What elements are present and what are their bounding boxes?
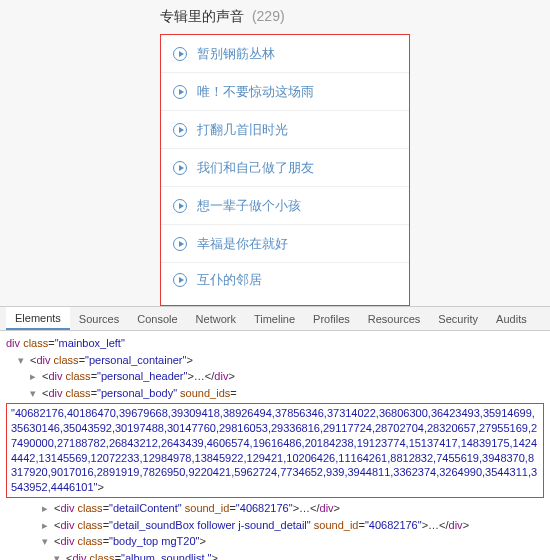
expand-icon[interactable]: ▸ <box>30 368 40 385</box>
play-icon <box>173 85 187 99</box>
tab-audits[interactable]: Audits <box>487 307 536 330</box>
expand-icon[interactable]: ▾ <box>54 550 64 560</box>
dom-node[interactable]: ▾<div class="album_soundlist "> <box>6 550 544 560</box>
tab-console[interactable]: Console <box>128 307 186 330</box>
sound-ids-value: "40682176,40186470,39679668,39309418,389… <box>11 407 537 493</box>
expand-icon[interactable]: ▾ <box>42 533 52 550</box>
play-icon <box>173 123 187 137</box>
track-label: 互仆的邻居 <box>197 271 262 289</box>
dom-node[interactable]: ▾<div class="personal_body" sound_ids= <box>6 385 544 402</box>
elements-tree[interactable]: div class="mainbox_left" ▾<div class="pe… <box>0 331 550 560</box>
track-item[interactable]: 我们和自己做了朋友 <box>161 149 409 187</box>
track-item-truncated[interactable]: 互仆的邻居 <box>161 263 409 297</box>
play-icon <box>173 47 187 61</box>
expand-icon[interactable]: ▾ <box>18 352 28 369</box>
tab-elements[interactable]: Elements <box>6 307 70 330</box>
track-item[interactable]: 暂别钢筋丛林 <box>161 35 409 73</box>
dom-node[interactable]: ▾<div class="personal_container"> <box>6 352 544 369</box>
album-count: (229) <box>252 8 285 24</box>
track-item[interactable]: 幸福是你在就好 <box>161 225 409 263</box>
track-list-highlight-box: 暂别钢筋丛林 唯！不要惊动这场雨 打翻几首旧时光 我们和自己做了朋友 想一辈子做… <box>160 34 410 306</box>
dom-node[interactable]: ▸<div class="detail_soundBox follower j-… <box>6 517 544 534</box>
track-label: 暂别钢筋丛林 <box>197 45 275 63</box>
sound-ids-highlight: "40682176,40186470,39679668,39309418,389… <box>6 403 544 498</box>
expand-icon[interactable]: ▸ <box>42 500 52 517</box>
dom-node[interactable]: ▸<div class="personal_header">…</div> <box>6 368 544 385</box>
album-title: 专辑里的声音 <box>160 8 244 24</box>
tab-resources[interactable]: Resources <box>359 307 430 330</box>
devtools-tabs: Elements Sources Console Network Timelin… <box>0 307 550 331</box>
track-label: 我们和自己做了朋友 <box>197 159 314 177</box>
track-label: 打翻几首旧时光 <box>197 121 288 139</box>
devtools-panel: Elements Sources Console Network Timelin… <box>0 306 550 560</box>
track-label: 唯！不要惊动这场雨 <box>197 83 314 101</box>
tab-sources[interactable]: Sources <box>70 307 128 330</box>
expand-icon[interactable]: ▸ <box>42 517 52 534</box>
album-header: 专辑里的声音 (229) <box>0 0 550 34</box>
dom-node[interactable]: ▾<div class="body_top mgT20"> <box>6 533 544 550</box>
expand-icon[interactable]: ▾ <box>30 385 40 402</box>
tab-network[interactable]: Network <box>187 307 245 330</box>
tab-security[interactable]: Security <box>429 307 487 330</box>
dom-node[interactable]: ▸<div class="detailContent" sound_id="40… <box>6 500 544 517</box>
track-item[interactable]: 想一辈子做个小孩 <box>161 187 409 225</box>
play-icon <box>173 199 187 213</box>
track-label: 幸福是你在就好 <box>197 235 288 253</box>
play-icon <box>173 273 187 287</box>
tab-profiles[interactable]: Profiles <box>304 307 359 330</box>
play-icon <box>173 161 187 175</box>
page-content-area: 专辑里的声音 (229) 暂别钢筋丛林 唯！不要惊动这场雨 打翻几首旧时光 我们… <box>0 0 550 306</box>
track-item[interactable]: 唯！不要惊动这场雨 <box>161 73 409 111</box>
track-item[interactable]: 打翻几首旧时光 <box>161 111 409 149</box>
track-label: 想一辈子做个小孩 <box>197 197 301 215</box>
play-icon <box>173 237 187 251</box>
dom-node[interactable]: div class="mainbox_left" <box>6 335 544 352</box>
tab-timeline[interactable]: Timeline <box>245 307 304 330</box>
